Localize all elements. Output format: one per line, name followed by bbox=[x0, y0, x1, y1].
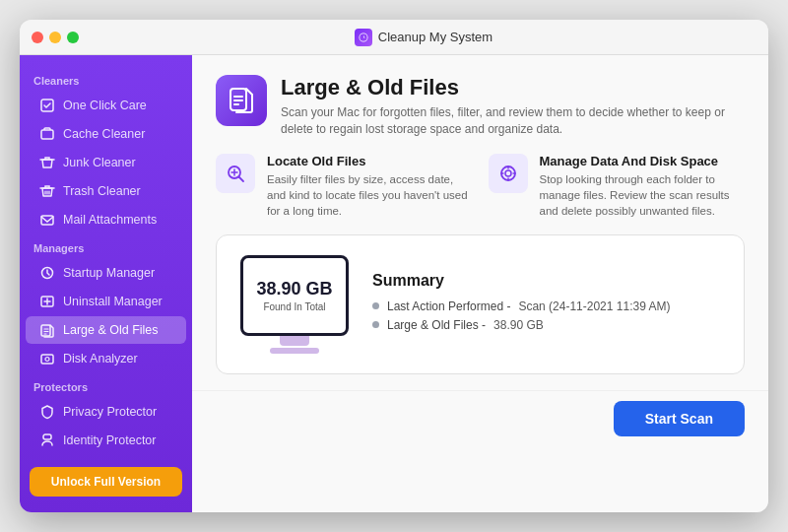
sidebar-item-trash-cleaner[interactable]: Trash Cleaner bbox=[26, 177, 186, 205]
summary-label-1: Large & Old Files - bbox=[387, 318, 486, 332]
start-scan-button[interactable]: Start Scan bbox=[614, 401, 745, 436]
trash-cleaner-icon bbox=[39, 183, 55, 199]
sidebar-item-large-old-files[interactable]: Large & Old Files bbox=[26, 316, 186, 344]
summary-row-0: Last Action Performed - Scan (24-11-2021… bbox=[372, 299, 720, 313]
one-click-care-icon bbox=[39, 98, 55, 113]
locate-files-title: Locate Old Files bbox=[267, 154, 473, 168]
minimize-button[interactable] bbox=[49, 32, 61, 43]
uninstall-manager-icon bbox=[39, 294, 55, 309]
maximize-button[interactable] bbox=[67, 32, 79, 43]
manage-data-icon bbox=[497, 163, 519, 184]
monitor-base bbox=[270, 348, 319, 354]
large-old-files-label: Large & Old Files bbox=[63, 323, 159, 337]
window-controls bbox=[32, 32, 79, 43]
unlock-btn-container: Unlock Full Version bbox=[20, 455, 192, 504]
protectors-section-label: Protectors bbox=[20, 373, 192, 397]
monitor-size-label: Found In Total bbox=[263, 301, 325, 312]
summary-row-1: Large & Old Files - 38.90 GB bbox=[372, 318, 720, 332]
content-area: Large & Old Files Scan your Mac for forg… bbox=[192, 55, 768, 512]
junk-cleaner-label: Junk Cleaner bbox=[63, 156, 136, 169]
one-click-care-label: One Click Care bbox=[63, 99, 147, 112]
header-icon-box bbox=[216, 75, 267, 126]
sidebar: Cleaners One Click Care Cache Cleaner bbox=[20, 55, 192, 512]
managers-section-label: Managers bbox=[20, 234, 192, 258]
sidebar-item-uninstall-manager[interactable]: Uninstall Manager bbox=[26, 288, 186, 315]
locate-files-description: Easily filter files by size, access date… bbox=[267, 171, 473, 219]
summary-label-0: Last Action Performed - bbox=[387, 299, 510, 313]
cleaners-section-label: Cleaners bbox=[20, 67, 192, 91]
monitor-display: 38.90 GB Found In Total bbox=[240, 255, 349, 336]
cache-cleaner-label: Cache Cleaner bbox=[63, 127, 145, 141]
sidebar-item-disk-analyzer[interactable]: Disk Analyzer bbox=[26, 345, 186, 372]
summary-value-0: Scan (24-11-2021 11:39 AM) bbox=[518, 299, 670, 313]
main-content: Cleaners One Click Care Cache Cleaner bbox=[20, 55, 768, 512]
summary-dot-1 bbox=[372, 321, 379, 328]
summary-value-1: 38.90 GB bbox=[493, 318, 544, 332]
sidebar-item-startup-manager[interactable]: Startup Manager bbox=[26, 259, 186, 287]
app-icon bbox=[355, 29, 372, 46]
mail-attachments-label: Mail Attachments bbox=[63, 213, 157, 227]
startup-manager-label: Startup Manager bbox=[63, 266, 155, 280]
manage-data-icon-box bbox=[489, 154, 528, 193]
monitor-container: 38.90 GB Found In Total bbox=[240, 255, 349, 354]
summary-dot-0 bbox=[372, 302, 379, 309]
svg-rect-8 bbox=[43, 434, 51, 439]
close-button[interactable] bbox=[32, 32, 43, 43]
monitor-size-text: 38.90 GB bbox=[256, 279, 332, 299]
sidebar-item-identity-protector[interactable]: Identity Protector bbox=[26, 427, 186, 454]
large-old-files-header-icon bbox=[227, 86, 256, 115]
trash-cleaner-label: Trash Cleaner bbox=[63, 184, 141, 198]
privacy-protector-label: Privacy Protector bbox=[63, 405, 157, 419]
sidebar-bottom: Unlock Full Version bbox=[20, 455, 192, 504]
title-bar: Cleanup My System bbox=[20, 20, 768, 55]
identity-protector-label: Identity Protector bbox=[63, 433, 157, 447]
uninstall-manager-label: Uninstall Manager bbox=[63, 295, 163, 308]
feature-cards: Locate Old Files Easily filter files by … bbox=[192, 154, 768, 234]
startup-manager-icon bbox=[39, 265, 55, 281]
monitor-stand bbox=[280, 336, 309, 346]
disk-analyzer-label: Disk Analyzer bbox=[63, 352, 138, 366]
svg-rect-6 bbox=[41, 355, 53, 364]
svg-point-12 bbox=[505, 170, 511, 176]
locate-files-icon bbox=[225, 163, 246, 184]
sidebar-item-mail-attachments[interactable]: Mail Attachments bbox=[26, 206, 186, 233]
svg-point-7 bbox=[45, 358, 49, 362]
sidebar-item-one-click-care[interactable]: One Click Care bbox=[26, 92, 186, 119]
summary-info: Summary Last Action Performed - Scan (24… bbox=[372, 272, 720, 337]
page-title: Large & Old Files bbox=[281, 75, 734, 100]
mail-attachments-icon bbox=[39, 212, 55, 228]
summary-title: Summary bbox=[372, 272, 720, 290]
sidebar-item-privacy-protector[interactable]: Privacy Protector bbox=[26, 398, 186, 426]
cache-cleaner-icon bbox=[39, 126, 55, 142]
sidebar-item-cache-cleaner[interactable]: Cache Cleaner bbox=[26, 120, 186, 148]
junk-cleaner-icon bbox=[39, 155, 55, 170]
locate-files-icon-box bbox=[216, 154, 255, 193]
manage-data-text: Manage Data And Disk Space Stop looking … bbox=[540, 154, 746, 219]
header-text: Large & Old Files Scan your Mac for forg… bbox=[281, 75, 734, 138]
content-header: Large & Old Files Scan your Mac for forg… bbox=[192, 55, 768, 154]
unlock-full-version-button[interactable]: Unlock Full Version bbox=[30, 467, 182, 497]
large-old-files-icon bbox=[39, 322, 55, 338]
feature-card-manage: Manage Data And Disk Space Stop looking … bbox=[489, 154, 746, 219]
locate-files-text: Locate Old Files Easily filter files by … bbox=[267, 154, 473, 219]
svg-rect-1 bbox=[41, 130, 53, 139]
sidebar-item-junk-cleaner[interactable]: Junk Cleaner bbox=[26, 149, 186, 176]
app-title: Cleanup My System bbox=[378, 30, 492, 44]
page-description: Scan your Mac for forgotten files, filte… bbox=[281, 104, 734, 138]
summary-card: 38.90 GB Found In Total Summary Last Act… bbox=[216, 234, 745, 374]
privacy-protector-icon bbox=[39, 404, 55, 420]
identity-protector-icon bbox=[39, 432, 55, 448]
bottom-bar: Start Scan bbox=[192, 390, 768, 446]
svg-rect-2 bbox=[41, 216, 53, 225]
title-bar-center: Cleanup My System bbox=[91, 29, 756, 46]
main-window: Cleanup My System Cleaners One Click Car… bbox=[20, 20, 768, 512]
manage-data-title: Manage Data And Disk Space bbox=[540, 154, 746, 168]
feature-card-locate: Locate Old Files Easily filter files by … bbox=[216, 154, 473, 219]
manage-data-description: Stop looking through each folder to mana… bbox=[540, 171, 746, 219]
disk-analyzer-icon bbox=[39, 351, 55, 366]
